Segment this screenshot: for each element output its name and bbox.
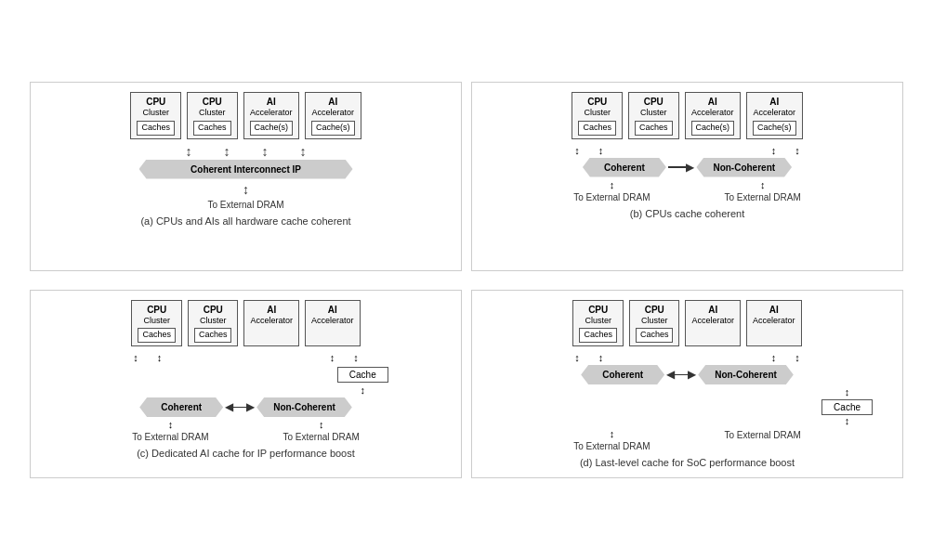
dram-text-b1: To External DRAM [573, 192, 650, 202]
d-cpu2-sub: Cluster [636, 316, 674, 327]
banners-row-d: Coherent ◀ ▶ Non-Coherent [581, 365, 794, 384]
blocks-row-a: CPU Cluster Caches CPU Cluster Caches AI… [130, 92, 361, 138]
banner-b-right: Non-Coherent [696, 158, 792, 177]
arrow-d3: ↕ [771, 352, 777, 363]
ai1-sub: Accelerator [250, 108, 294, 119]
arrow-a3: ↕ [262, 145, 269, 158]
arrow-d-dram1: ↕ [610, 428, 615, 439]
block-ai2: AI Accelerator Cache(s) [305, 92, 361, 138]
b-cpu1-title: CPU [578, 96, 616, 108]
horiz-arrow-right-d: ▶ [688, 368, 696, 381]
dram-text-b2: To External DRAM [725, 192, 801, 202]
d-ai2-title: AI [753, 304, 795, 316]
b-cpu1-inner: Caches [578, 121, 616, 136]
cpu2-inner: Caches [193, 121, 231, 136]
d-cpu1-inner: Caches [579, 328, 617, 343]
c-ai1-sub: Accelerator [250, 316, 293, 327]
diagram-d: CPU Cluster Caches CPU Cluster Caches AI… [471, 290, 903, 478]
d-cpu1-sub: Cluster [579, 316, 617, 327]
ai1-title: AI [250, 96, 294, 108]
b-cpu1-sub: Cluster [578, 108, 616, 119]
block-c-cpu1: CPU Cluster Caches [131, 300, 182, 346]
arrow-b-dram2: ↕ [760, 179, 766, 190]
b-ai2-sub: Accelerator [753, 108, 796, 119]
cpu2-sub: Cluster [193, 108, 231, 119]
dram-text-c2: To External DRAM [283, 432, 360, 442]
arrow-b4: ↕ [795, 145, 800, 156]
horiz-arrow-left-c: ◀ [225, 400, 233, 413]
arrow-d-cache-up: ↕ [845, 386, 850, 397]
arrow-a-dram: ↕ [243, 183, 249, 196]
arrow-c-cache: ↕ [361, 384, 366, 396]
cpu2-title: CPU [193, 96, 231, 108]
block-c-ai1: AI Accelerator [243, 300, 299, 346]
caption-c: (c) Dedicated AI cache for IP performanc… [137, 448, 355, 459]
block-b-cpu1: CPU Cluster Caches [572, 92, 623, 138]
arrow-b-dram1: ↕ [610, 179, 615, 190]
arrow-c-dram2: ↕ [319, 419, 324, 430]
ai2-title: AI [311, 96, 355, 108]
c-cpu1-inner: Caches [138, 328, 176, 343]
horiz-arrow-b: ▶ [686, 162, 694, 173]
block-c-ai2: AI Accelerator [305, 300, 361, 346]
b-cpu2-sub: Cluster [635, 108, 673, 119]
arrow-d2: ↕ [598, 352, 604, 363]
b-ai1-sub: Accelerator [691, 108, 735, 119]
b-cpu2-title: CPU [635, 96, 673, 108]
block-ai1: AI Accelerator Cache(s) [243, 92, 300, 138]
d-ai2-sub: Accelerator [753, 316, 795, 327]
ai2-sub: Accelerator [311, 108, 355, 119]
blocks-row-b: CPU Cluster Caches CPU Cluster Caches AI… [572, 92, 802, 138]
d-cpu1-title: CPU [579, 304, 617, 316]
arrow-c3: ↕ [330, 352, 335, 363]
c-cpu1-title: CPU [138, 304, 176, 316]
banner-c-right: Non-Coherent [256, 397, 352, 417]
d-cpu2-title: CPU [636, 304, 674, 316]
block-d-cpu2: CPU Cluster Caches [629, 300, 680, 346]
dram-text-a: To External DRAM [207, 200, 283, 210]
d-ai1-sub: Accelerator [691, 316, 734, 327]
c-cpu2-inner: Caches [194, 328, 232, 343]
c-ai2-title: AI [311, 304, 354, 316]
arrow-d4: ↕ [795, 352, 800, 363]
arrow-a4: ↕ [300, 145, 307, 158]
horiz-arrow-right-c: ▶ [246, 400, 255, 413]
arrow-c2: ↕ [157, 352, 163, 363]
cpu1-title: CPU [137, 96, 175, 108]
banner-d-left: Coherent [581, 365, 664, 384]
block-d-cpu1: CPU Cluster Caches [572, 300, 624, 346]
horiz-arrow-left-d: ◀ [666, 368, 675, 381]
diagram-a: CPU Cluster Caches CPU Cluster Caches AI… [30, 82, 462, 270]
c-cpu1-sub: Cluster [138, 316, 176, 327]
main-container: CPU Cluster Caches CPU Cluster Caches AI… [20, 72, 913, 488]
arrow-a1: ↕ [186, 145, 192, 158]
caption-a: (a) CPUs and AIs all hardware cache cohe… [140, 215, 350, 227]
blocks-row-c: CPU Cluster Caches CPU Cluster Caches AI… [131, 300, 360, 346]
banner-a: Coherent Interconnect IP [139, 160, 353, 179]
dram-text-d2: To External DRAM [725, 430, 801, 440]
arrow-c4: ↕ [353, 352, 359, 363]
ai2-inner: Cache(s) [311, 121, 355, 136]
c-ai2-sub: Accelerator [311, 316, 354, 327]
block-b-ai2: AI Accelerator Cache(s) [746, 92, 803, 138]
b-cpu2-inner: Caches [635, 121, 673, 136]
arrow-b2: ↕ [598, 145, 604, 156]
c-cache-box: Cache [337, 367, 388, 383]
c-cpu2-title: CPU [194, 304, 232, 316]
arrow-b1: ↕ [574, 145, 580, 156]
dram-text-d1: To External DRAM [573, 441, 650, 451]
ai1-inner: Cache(s) [250, 121, 294, 136]
cpu1-inner: Caches [137, 121, 175, 136]
arrow-b3: ↕ [771, 145, 777, 156]
block-c-cpu2: CPU Cluster Caches [188, 300, 239, 346]
arrow-c-dram1: ↕ [168, 419, 174, 430]
arrow-a2: ↕ [224, 145, 230, 158]
d-cpu2-inner: Caches [636, 328, 674, 343]
diagram-b: CPU Cluster Caches CPU Cluster Caches AI… [471, 82, 903, 270]
arrow-c1: ↕ [133, 352, 138, 363]
arrow-d1: ↕ [574, 352, 580, 363]
block-cpu1: CPU Cluster Caches [130, 92, 181, 138]
b-ai2-inner: Cache(s) [753, 121, 796, 136]
d-ai1-title: AI [691, 304, 734, 316]
banner-d-right: Non-Coherent [698, 365, 794, 384]
